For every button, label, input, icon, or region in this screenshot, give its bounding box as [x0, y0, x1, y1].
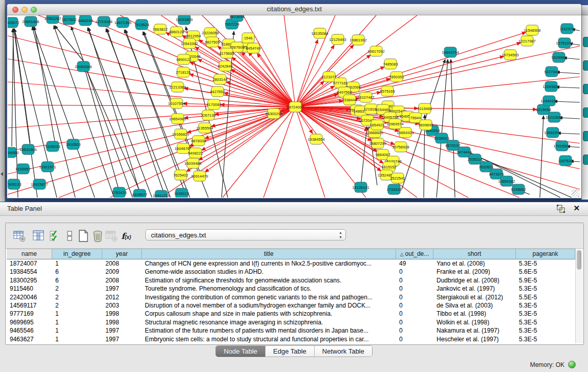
row-height-icon[interactable] — [63, 229, 76, 243]
table-cell: 2003 — [102, 301, 142, 310]
table-container: f(x) citations_edges.txt ▲ ▼ namein_degr… — [5, 223, 584, 345]
column-header-pagerank[interactable]: pagerank — [516, 249, 575, 259]
graph-node-label: 18300295 — [265, 112, 282, 116]
graph-edge[interactable] — [205, 107, 295, 172]
graph-edge[interactable] — [84, 68, 119, 191]
graph-edge[interactable] — [451, 59, 455, 198]
window-titlebar[interactable]: citations_edges.txt — [7, 4, 581, 15]
graph-node-label: 9154469 — [375, 107, 390, 112]
graph-edge[interactable] — [14, 29, 30, 143]
graph-node-label: 8471676 — [489, 172, 504, 177]
graph-node-label: 9245652 — [511, 187, 526, 192]
graph-edge[interactable] — [295, 46, 580, 107]
table-cell: 5.3E-5 — [516, 285, 575, 293]
memory-ok-indicator-icon — [568, 361, 576, 368]
scrollbar-thumb[interactable] — [577, 250, 581, 270]
graph-node-label: 9474444 — [456, 150, 471, 155]
table-selector[interactable]: citations_edges.txt ▲ ▼ — [145, 229, 346, 240]
collapsed-control-panel-strip[interactable] — [0, 0, 5, 202]
delete-rows-trash-icon[interactable] — [91, 229, 104, 243]
graph-node-label: 7850351 — [389, 75, 404, 79]
table-cell: 19384554 — [7, 268, 52, 276]
graph-edge[interactable] — [33, 27, 95, 198]
table-cell: 9465546 — [7, 326, 52, 335]
graph-edge[interactable] — [232, 57, 295, 107]
table-cell: 6 — [52, 276, 102, 285]
graph-edge[interactable] — [264, 107, 295, 198]
table-row[interactable]: 946362711997Embryonic stem cells: a mode… — [7, 335, 575, 343]
column-header-short[interactable]: short — [433, 249, 516, 259]
graph-edge[interactable] — [295, 15, 417, 107]
column-header-title[interactable]: title — [142, 249, 396, 259]
graph-edge[interactable] — [55, 26, 84, 62]
graph-node-label: 6679197 — [445, 143, 460, 148]
network-window: citations_edges.txt 1872400724 — [7, 4, 582, 199]
graph-node-label: 16039488 — [184, 161, 201, 166]
function-builder-icon[interactable]: f(x) — [121, 231, 135, 245]
tab-node-table[interactable]: Node Table — [216, 346, 266, 357]
tab-edge-table[interactable]: Edge Table — [266, 346, 315, 357]
graph-node-label: 16033809 — [176, 17, 192, 22]
graph-edge[interactable] — [556, 72, 580, 74]
graph-node-label: 3175685 — [219, 51, 234, 56]
table-row[interactable]: 1830029562008Estimation of significance … — [7, 276, 575, 285]
table-cell: 2 — [52, 301, 102, 310]
table-row[interactable]: 1872400712008Changes of HCN gene express… — [7, 259, 575, 268]
table-cell: 2008 — [102, 276, 142, 285]
graph-node-label: 15631604 — [19, 147, 36, 152]
vertical-scrollbar[interactable] — [575, 249, 583, 343]
table-row[interactable]: 1938455462009Genome-wide association stu… — [7, 268, 575, 276]
create-table-icon[interactable] — [77, 229, 90, 243]
graph-edge[interactable] — [71, 27, 133, 198]
column-header-year[interactable]: year — [102, 249, 142, 259]
graph-node — [583, 60, 588, 71]
graph-node — [583, 107, 588, 118]
graph-node-label: 25206650 — [8, 150, 19, 155]
column-header-in_degree[interactable]: in_degree — [52, 249, 102, 259]
column-header-out_de[interactable]: △out_de... — [396, 249, 433, 259]
table-row[interactable]: 969969511998Structural magnetic resonanc… — [7, 318, 575, 326]
graph-node-label: 12213369 — [169, 85, 186, 90]
graph-node-label: 18724007 — [287, 105, 303, 110]
show-columns-icon[interactable] — [32, 229, 45, 243]
graph-node-label: 1167533 — [558, 159, 573, 163]
graph-edge[interactable] — [85, 68, 141, 193]
column-header-name[interactable]: name — [7, 249, 52, 259]
table-cell: 1 — [52, 259, 102, 268]
graph-node-label: 2718126 — [176, 70, 190, 75]
graph-node-label: 16210643 — [546, 115, 562, 120]
table-cell: 5.3E-5 — [516, 335, 575, 343]
graph-edge[interactable] — [34, 27, 55, 141]
table-cell: Wolkin et al. (1998) — [433, 318, 516, 326]
network-canvas[interactable]: 1872400724055722069140610553287152760264… — [8, 15, 580, 198]
table-row[interactable]: 977716911998Corpus callosum shape and si… — [7, 310, 575, 318]
table-cell: 0 — [396, 335, 433, 343]
table-row[interactable]: 911546021997Tourette syndrome. Phenomeno… — [7, 285, 575, 293]
minimize-window-button[interactable] — [21, 7, 28, 13]
table-row[interactable]: 1456911722003Disruption of a novel membe… — [7, 301, 575, 310]
graph-edge[interactable] — [295, 107, 580, 189]
table-tab-bar: Node Table Edge Table Network Table — [0, 345, 588, 358]
citation-network-graph[interactable]: 1872400724055722069140610553287152760264… — [8, 15, 580, 198]
table-cell: 14569117 — [7, 301, 52, 310]
graph-node-label: 9827509 — [205, 40, 220, 45]
graph-edge[interactable] — [12, 29, 13, 146]
graph-edge[interactable] — [295, 32, 526, 107]
close-window-button[interactable] — [12, 7, 18, 13]
table-row[interactable]: 946554611997Estimation of the future num… — [7, 326, 575, 335]
graph-node-label: 14136141 — [352, 185, 369, 190]
resize-grip[interactable] — [572, 189, 579, 197]
graph-node-label: 18135084 — [311, 31, 328, 36]
float-panel-icon[interactable] — [556, 204, 565, 213]
table-row[interactable]: 2242004622012Investigating the contribut… — [7, 293, 575, 301]
sort-ascending-icon: △ — [400, 252, 404, 257]
select-rows-icon[interactable] — [49, 229, 62, 243]
background-window-sliver[interactable] — [581, 5, 588, 200]
selector-stepper-icon[interactable]: ▲ ▼ — [339, 230, 342, 239]
table-settings-icon[interactable] — [13, 229, 26, 243]
close-panel-icon[interactable]: ✕ — [573, 204, 580, 213]
graph-node-label: 6497568 — [337, 90, 352, 95]
panel-collapse-arrow-icon[interactable] — [1, 172, 3, 176]
zoom-window-button[interactable] — [31, 7, 37, 13]
tab-network-table[interactable]: Network Table — [315, 346, 372, 357]
